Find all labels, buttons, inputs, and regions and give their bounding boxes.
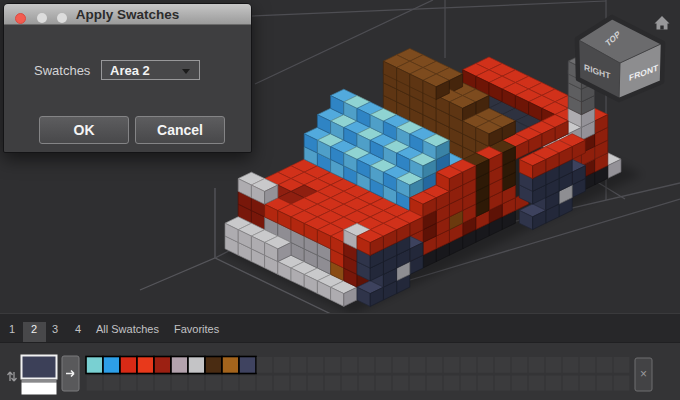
svg-text:×: × [640,367,647,381]
